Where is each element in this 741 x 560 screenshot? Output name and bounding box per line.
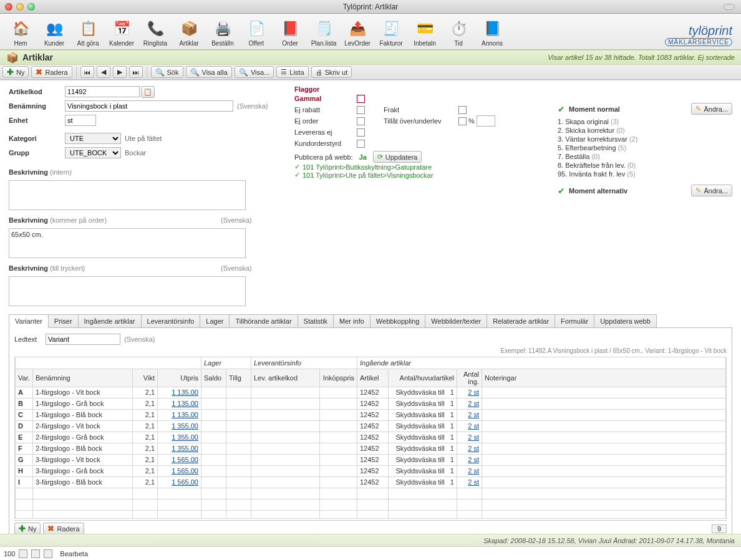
ej-rabatt-checkbox[interactable] [357,106,365,114]
utpris-link[interactable]: 1 565,00 [172,478,198,486]
kundorderstyrd-checkbox[interactable] [357,140,365,148]
show-all-button[interactable]: 🔍Visa alla [186,66,232,78]
tab-relateradeartiklar[interactable]: Relaterade artiklar [487,314,555,327]
tab-lager[interactable]: Lager [200,314,230,327]
th-var[interactable]: Var. [16,369,33,387]
th-antali[interactable]: Antal ing. [457,369,482,387]
th-utpris[interactable]: Utpris [158,369,201,387]
utpris-link[interactable]: 1 355,00 [172,433,198,441]
antal-link[interactable]: 2 st [468,400,479,407]
toolbar-item-plan.lista[interactable]: 🗒️Plan.lista [308,19,339,47]
nav-next-button[interactable]: ▶ [113,66,127,78]
antal-link[interactable]: 2 st [468,478,479,486]
tab-merinfo[interactable]: Mer info [333,314,370,327]
th-levart[interactable]: Lev. artikelkod [251,369,320,387]
antal-link[interactable]: 2 st [468,456,479,463]
grupp-select[interactable]: UTE_BOCK [65,147,121,158]
print-button[interactable]: 🖨 Skriv ut [311,66,352,78]
artikelkod-input[interactable] [65,86,140,97]
th-not[interactable]: Noteringar [482,369,726,387]
tab-priser[interactable]: Priser [48,314,79,327]
utpris-link[interactable]: 1 565,00 [172,456,198,463]
show-button[interactable]: 🔍Visa... [235,66,274,78]
percent-input[interactable] [477,115,495,127]
antal-link[interactable]: 2 st [468,411,479,418]
th-artikel[interactable]: Artikel [357,369,389,387]
th-benamning[interactable]: Benämning [33,369,133,387]
table-row[interactable]: F2-färgslogo - Blå bock2,11 355,0012452S… [16,443,726,454]
tab-ingendeartiklar[interactable]: Ingående artiklar [78,314,142,327]
antal-link[interactable]: 2 st [468,422,479,430]
variant-new-button[interactable]: ✚Ny [14,523,41,534]
beskrivning-tryck-textarea[interactable] [9,276,246,306]
th-antalh[interactable]: Antal/huvudartikel [389,369,457,387]
th-inkopspris[interactable]: Inköpspris [320,369,357,387]
nav-prev-button[interactable]: ◀ [97,66,110,78]
toolbar-toggle-icon[interactable] [724,4,735,10]
utpris-link[interactable]: 1 565,00 [172,467,198,475]
table-row[interactable]: E2-färgslogo - Grå bock2,11 355,0012452S… [16,432,726,443]
toolbar-item-fakturor[interactable]: 🧾Fakturor [375,19,407,47]
toolbar-item-ringlista[interactable]: 📞Ringlista [140,19,171,47]
kategori-select[interactable]: UTE [65,133,121,144]
utpris-link[interactable]: 1 355,00 [172,422,198,430]
search-button[interactable]: 🔍Sök [151,66,183,78]
th-vikt[interactable]: Vikt [133,369,158,387]
variant-delete-button[interactable]: ✖Radera [43,523,84,534]
tab-tillhrandeartiklar[interactable]: Tillhörande artiklar [229,314,298,327]
table-row[interactable]: B1-färgslogo - Grå bock2,11 135,0012452S… [16,398,726,409]
table-row[interactable]: H3-färgslogo - Grå bock2,11 565,0012452S… [16,465,726,476]
benamning-input[interactable] [65,100,233,112]
toolbar-item-inbetaln[interactable]: 💳Inbetaln [409,19,440,47]
antal-link[interactable]: 2 st [468,445,479,452]
tab-uppdaterawebb[interactable]: Uppdatera webb [594,314,657,327]
th-saldo[interactable]: Saldo [201,369,226,387]
utpris-link[interactable]: 1 135,00 [172,411,198,418]
table-row[interactable]: A1-färgslogo - Vit bock2,11 135,0012452S… [16,387,726,398]
tab-leverantrsinfo[interactable]: Leverantörsinfo [141,314,201,327]
frakt-checkbox[interactable] [458,106,467,114]
toolbar-item-tid[interactable]: ⏱️Tid [443,19,474,47]
nav-last-button[interactable]: ⏭ [129,66,143,78]
utpris-link[interactable]: 1 135,00 [172,389,198,396]
zoom-icon[interactable] [27,3,35,11]
uppdatera-button[interactable]: ⟳ Uppdatera [373,151,422,163]
enhet-input[interactable] [65,115,96,126]
toolbar-item-artiklar[interactable]: 📦Artiklar [173,19,205,47]
toolbar-item-kunder[interactable]: 👥Kunder [39,19,70,47]
tab-webbildertexter[interactable]: Webbilder/texter [425,314,487,327]
tab-varianter[interactable]: Varianter [9,314,49,328]
clipboard-button[interactable]: 📋 [141,86,155,98]
toolbar-item-order[interactable]: 📕Order [274,19,306,47]
close-icon[interactable] [5,3,12,11]
minimize-icon[interactable] [16,3,24,11]
levereras-ej-checkbox[interactable] [357,128,365,137]
toolbar-item-kalender[interactable]: 📅Kalender [106,19,137,47]
footer-icon[interactable] [44,549,52,558]
ledtext-input[interactable] [46,334,120,345]
table-row[interactable]: I3-färgslogo - Blå bock2,11 565,0012452S… [16,476,726,488]
toolbar-item-beställn[interactable]: 🖨️Beställn [207,19,238,47]
footer-icon[interactable] [31,549,40,558]
utpris-link[interactable]: 1 135,00 [172,400,198,407]
gammal-checkbox[interactable] [357,95,365,103]
antal-link[interactable]: 2 st [468,433,479,441]
toolbar-item-annons[interactable]: 📘Annons [477,19,508,47]
tillat-checkbox[interactable] [458,117,467,125]
list-button[interactable]: ☰ Lista [276,66,308,78]
toolbar-item-hem[interactable]: 🏠Hem [5,19,36,47]
utpris-link[interactable]: 1 355,00 [172,445,198,452]
toolbar-item-offert[interactable]: 📄Offert [241,19,272,47]
tab-formulr[interactable]: Formulär [555,314,594,327]
andra-normal-button[interactable]: ✎ Ändra... [691,103,732,115]
antal-link[interactable]: 2 st [468,467,479,475]
table-row[interactable]: C1-färgslogo - Blå bock2,11 135,0012452S… [16,409,726,420]
th-tillg[interactable]: Tillg [226,369,251,387]
new-button[interactable]: ✚Ny [2,66,29,78]
delete-button[interactable]: ✖Radera [31,66,72,78]
nav-first-button[interactable]: ⏮ [80,66,94,78]
andra-alt-button[interactable]: ✎ Ändra... [691,185,732,196]
ej-order-checkbox[interactable] [357,117,365,125]
tab-webbkoppling[interactable]: Webbkoppling [370,314,426,327]
beskrivning-intern-textarea[interactable] [9,180,246,210]
